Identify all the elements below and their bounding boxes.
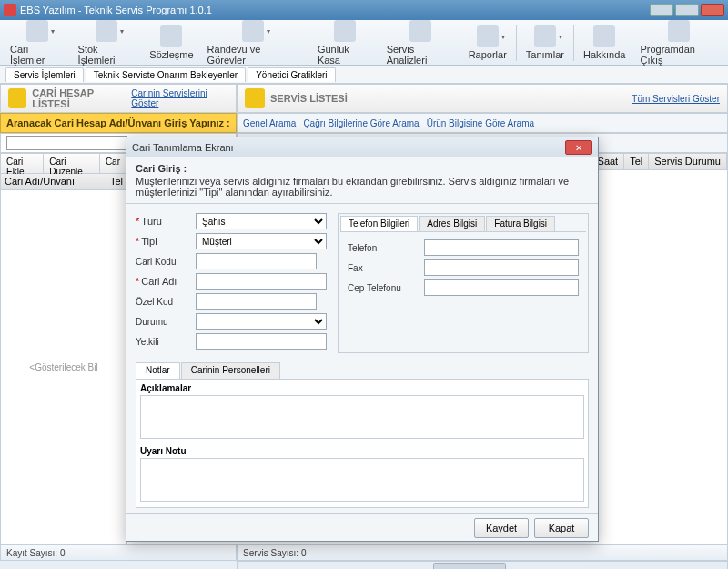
dialog-titlebar: Cari Tanımlama Ekranı ✕	[126, 137, 598, 157]
toolbar-raporlar[interactable]: Raporlar	[462, 23, 513, 63]
add-account-button[interactable]: Cari Ekle	[1, 154, 44, 173]
minimize-button[interactable]	[650, 4, 673, 16]
status-select[interactable]	[196, 313, 327, 330]
toolbar-randevu[interactable]: Randevu ve Görevler	[201, 17, 305, 68]
tab-notes[interactable]: Notlar	[136, 362, 180, 379]
right-panel-title: SERVİS LİSTESİ	[270, 93, 348, 104]
col-status: Servis Durumu	[649, 154, 727, 169]
subtab-grafik[interactable]: Yönetici Grafikleri	[248, 67, 335, 82]
right-status: Servis Sayısı: 0	[237, 544, 728, 561]
search-label: Aranacak Cari Hesap Adı/Ünvanı Giriş Yap…	[6, 117, 230, 128]
filter-bar: Genel Arama Çağrı Bilgilerine Göre Arama…	[237, 113, 728, 133]
code-input[interactable]	[196, 253, 317, 269]
dialog-footer: Kaydet Kapat	[126, 513, 598, 541]
subtab-servis[interactable]: Servis İşlemleri	[5, 67, 84, 82]
toolbar-label: Raporlar	[469, 49, 507, 60]
toolbar-cari-islemler[interactable]: Cari İşlemler	[4, 17, 71, 68]
separator	[573, 25, 574, 61]
accounts-icon	[8, 88, 26, 108]
toolbar-label: Cari İşlemler	[10, 44, 65, 66]
phone-input[interactable]	[424, 239, 579, 256]
dialog-desc-title: Cari Giriş :	[136, 163, 589, 174]
search-bar: Aranacak Cari Hesap Adı/Ünvanı Giriş Yap…	[0, 113, 237, 133]
toolbar-analiz[interactable]: Servis Analizleri	[380, 17, 461, 68]
left-panel-header: CARİ HESAP LİSTESİ Carinin Servislerini …	[0, 84, 237, 113]
chart-icon	[410, 20, 431, 42]
label-code: Cari Kodu	[136, 257, 192, 267]
save-button[interactable]: Kaydet	[474, 518, 529, 538]
kind-select[interactable]: Müşteri	[196, 233, 327, 249]
exit-icon	[668, 20, 690, 42]
filter-general[interactable]: Genel Arama	[243, 118, 296, 128]
label-contact: Yetkili	[136, 337, 192, 347]
horizontal-scrollbar[interactable]	[237, 561, 728, 569]
cash-icon	[334, 20, 356, 42]
type-select[interactable]: Şahıs	[196, 213, 327, 229]
filter-product[interactable]: Ürün Bilgisine Göre Arama	[427, 118, 534, 128]
tab-phone[interactable]: Telefon Bilgileri	[340, 216, 418, 231]
report-icon	[477, 25, 499, 47]
app-icon	[4, 4, 16, 16]
subtab-bar: Servis İşlemleri Teknik Serviste Onarım …	[0, 66, 728, 84]
toolbar-stok-islemleri[interactable]: Stok İşlemleri	[72, 17, 143, 68]
contact-info-panel: Telefon Bilgileri Adres Bilgisi Fatura B…	[338, 213, 589, 353]
label-phone: Telefon	[348, 243, 420, 253]
tab-invoice[interactable]: Fatura Bilgisi	[486, 216, 555, 231]
subtab-onarim[interactable]: Teknik Serviste Onarım Bekleyenler	[86, 67, 246, 82]
gear-icon	[534, 25, 556, 47]
toolbar-label: Programdan Çıkış	[640, 44, 718, 66]
special-input[interactable]	[196, 293, 317, 310]
accounts-column-header: Cari Adı/Unvanı Tel	[1, 174, 126, 190]
explanations-textarea[interactable]	[140, 395, 584, 439]
dialog-close-button[interactable]: ✕	[565, 140, 592, 155]
search-input[interactable]	[6, 136, 127, 150]
label-name: Cari Adı	[141, 276, 177, 287]
col-tel: Tel	[110, 176, 123, 187]
edit-account-button[interactable]: Cari Düzenle	[44, 154, 100, 173]
toolbar-hakkinda[interactable]: Hakkında	[577, 23, 632, 63]
dialog-description: Cari Giriş : Müşterilerinizi veya servis…	[126, 157, 598, 204]
name-input[interactable]	[196, 273, 327, 290]
account-dialog: Cari Tanımlama Ekranı ✕ Cari Giriş : Müş…	[126, 137, 599, 542]
separator	[516, 25, 517, 61]
contract-icon	[160, 25, 182, 47]
accounts-list: Cari Ekle Cari Düzenle Car Cari Adı/Unva…	[0, 153, 127, 544]
users-icon	[26, 20, 48, 42]
tab-address[interactable]: Adres Bilgisi	[419, 216, 485, 231]
toolbar-tanimlar[interactable]: Tanımlar	[520, 23, 571, 63]
show-all-services-link[interactable]: Tüm Servisleri Göster	[632, 94, 720, 104]
label-fax: Fax	[348, 263, 420, 273]
label-explanations: Açıklamalar	[140, 383, 584, 393]
main-toolbar: Cari İşlemler Stok İşlemleri Sözleşme Ra…	[0, 20, 728, 66]
toolbar-label: Tanımlar	[526, 49, 564, 60]
left-status: Kayıt Sayısı: 0	[0, 544, 237, 561]
maximize-button[interactable]	[675, 4, 699, 16]
toolbar-label: Günlük Kasa	[318, 44, 373, 66]
window-controls	[650, 4, 724, 16]
dialog-title: Cari Tanımlama Ekranı	[132, 142, 234, 153]
toolbar-kasa[interactable]: Günlük Kasa	[311, 17, 379, 68]
show-customer-services-link[interactable]: Carinin Servislerini Göster	[131, 88, 228, 108]
label-kind: Tipi	[141, 236, 157, 247]
service-icon	[245, 88, 265, 108]
info-icon	[593, 25, 615, 47]
toolbar-sozlesme[interactable]: Sözleşme	[143, 23, 199, 63]
filter-call[interactable]: Çağrı Bilgilerine Göre Arama	[303, 118, 419, 128]
mobile-input[interactable]	[424, 279, 579, 296]
toolbar-exit[interactable]: Programdan Çıkış	[633, 17, 724, 68]
box-icon	[96, 20, 117, 42]
label-status: Durumu	[136, 317, 192, 327]
warning-textarea[interactable]	[140, 458, 584, 502]
account-more-button[interactable]: Car	[100, 154, 126, 173]
label-type: Türü	[141, 216, 162, 227]
close-button[interactable]: Kapat	[534, 518, 589, 538]
fax-input[interactable]	[424, 259, 579, 276]
toolbar-label: Stok İşlemleri	[78, 44, 136, 66]
accounts-toolbar: Cari Ekle Cari Düzenle Car	[1, 154, 126, 174]
scrollbar-thumb[interactable]	[433, 563, 506, 569]
contact-input[interactable]	[196, 333, 327, 350]
toolbar-label: Randevu ve Görevler	[207, 44, 298, 66]
separator	[308, 25, 308, 61]
tab-personnel[interactable]: Carinin Personelleri	[181, 362, 280, 379]
window-close-button[interactable]	[701, 4, 724, 16]
